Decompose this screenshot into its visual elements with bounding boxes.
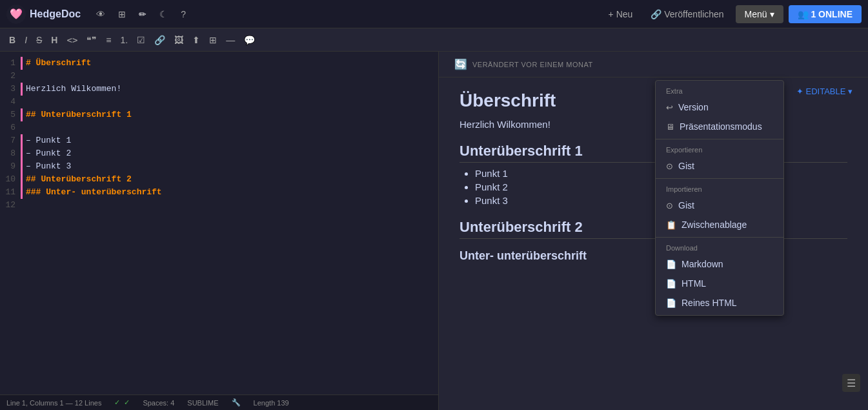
presentation-label: Präsentationsmodus <box>680 121 762 132</box>
status-mode: SUBLIME <box>187 399 218 407</box>
italic-button[interactable]: I <box>21 33 31 47</box>
preview-toggle-btn[interactable]: 👁 <box>91 6 110 22</box>
hr-button[interactable]: — <box>222 33 239 47</box>
preview-list: Punkt 1 Punkt 2 Punkt 3 <box>459 168 847 206</box>
gist-import-item[interactable]: ⊙ Gist <box>656 196 783 215</box>
status-length: Length 139 <box>254 399 289 407</box>
code-line-7: – Punkt 1 <box>26 134 438 147</box>
clipboard-label: Zwischenablage <box>681 220 747 230</box>
code-inline-button[interactable]: <> <box>63 33 81 47</box>
preview-subheading1: Unterüberschrift 1 <box>459 143 847 163</box>
status-check: ✓ ✓ <box>114 398 130 407</box>
sync-icon: 🔄 <box>454 58 467 70</box>
divider-1 <box>656 139 783 139</box>
ordered-list-button[interactable]: 1. <box>117 33 132 47</box>
strikethrough-button[interactable]: S <box>32 33 46 47</box>
navbar-right: + Neu 🔗 Veröffentlichen Menü ▾ 👥 1 ONLIN… <box>602 5 862 23</box>
editable-badge[interactable]: ✦ EDITABLE ▾ <box>791 84 858 99</box>
comment-button[interactable]: 💬 <box>240 33 259 47</box>
code-line-9: – Punkt 3 <box>26 160 438 173</box>
gutter-mark-8 <box>21 147 23 160</box>
import-section-label: Importieren <box>656 181 783 196</box>
navbar-tools: 👁 ⊞ ✏ ☾ ? <box>91 6 191 22</box>
bold-button[interactable]: B <box>5 33 19 47</box>
menu-button[interactable]: Menü ▾ <box>736 5 783 23</box>
version-icon: ↩ <box>666 103 673 112</box>
status-bar: Line 1, Columns 1 — 12 Lines ✓ ✓ Spaces:… <box>0 395 438 410</box>
check-icon: ✓ <box>114 398 120 407</box>
blockquote-button[interactable]: ❝❞ <box>83 33 101 47</box>
code-line-4 <box>26 96 438 108</box>
gutter-mark-9 <box>21 160 23 173</box>
raw-html-download-item[interactable]: 📄 Reines HTML <box>656 293 783 313</box>
editor-content[interactable]: 1 2 3 4 5 6 7 8 9 10 11 12 <box>0 52 438 395</box>
gist-export-item[interactable]: ⊙ Gist <box>656 156 783 176</box>
unordered-list-button[interactable]: ≡ <box>102 33 115 47</box>
edit-mode-btn[interactable]: ✏ <box>134 6 152 22</box>
code-line-2 <box>26 70 438 83</box>
preview-subheading2: Unterüberschrift 2 <box>459 219 847 239</box>
code-lines: 1 2 3 4 5 6 7 8 9 10 11 12 <box>0 52 438 395</box>
gutter-mark-5 <box>21 108 23 121</box>
markdown-download-item[interactable]: 📄 Markdown <box>656 254 783 274</box>
version-item[interactable]: ↩ Version <box>656 97 783 117</box>
split-view-btn[interactable]: ⊞ <box>113 6 131 22</box>
code-line-5: ## Unterüberschrift 1 <box>26 108 438 121</box>
gist-export-icon: ⊙ <box>666 161 673 171</box>
gutter-mark-7 <box>21 134 23 147</box>
scroll-bottom-button[interactable]: ☰ <box>842 374 860 392</box>
status-spanner-icon: 🔧 <box>232 398 241 407</box>
clipboard-item[interactable]: 📋 Zwischenablage <box>656 215 783 234</box>
html-download-item[interactable]: 📄 HTML <box>656 274 783 293</box>
html-label: HTML <box>681 278 706 289</box>
preview-header: 🔄 VERÄNDERT VOR EINEM MONAT <box>439 52 868 77</box>
preview-heading: Überschrift <box>459 90 847 111</box>
dropdown-menu: Extra ↩ Version 🖥 Präsentationsmodus Exp… <box>655 80 784 316</box>
changed-label: VERÄNDERT VOR EINEM MONAT <box>472 61 593 68</box>
gutter-mark-10 <box>21 173 23 186</box>
dark-mode-btn[interactable]: ☾ <box>154 6 173 22</box>
check-icon-2: ✓ <box>124 398 130 407</box>
gutter-mark-3 <box>21 83 23 96</box>
markdown-label: Markdown <box>681 259 723 269</box>
code-line-11: ### Unter- unterüberschrift <box>26 186 438 199</box>
preview-subheading3: Unter- unterüberschrift <box>459 249 847 263</box>
veroffentlichen-button[interactable]: 🔗 Veröffentlichen <box>644 6 730 22</box>
export-section-label: Exportieren <box>656 142 783 156</box>
preview-content: Überschrift Herzlich Wilkommen! Unterübe… <box>439 77 868 281</box>
extra-section-label: Extra <box>656 83 783 97</box>
link-button[interactable]: 🔗 <box>150 33 169 47</box>
gutter-mark-11 <box>21 186 23 199</box>
online-button[interactable]: 👥 1 ONLINE <box>789 5 862 23</box>
markdown-icon: 📄 <box>666 260 676 269</box>
editor-pane: 1 2 3 4 5 6 7 8 9 10 11 12 <box>0 52 439 410</box>
html-icon: 📄 <box>666 279 676 289</box>
preview-intro: Herzlich Wilkommen! <box>459 119 847 130</box>
presentation-icon: 🖥 <box>666 122 674 132</box>
brand: 🩷 HedgeDoc <box>6 5 81 24</box>
divider-2 <box>656 178 783 179</box>
upload-button[interactable]: ⬆ <box>188 33 204 47</box>
presentation-item[interactable]: 🖥 Präsentationsmodus <box>656 117 783 136</box>
preview-pane: 🔄 VERÄNDERT VOR EINEM MONAT Überschrift … <box>439 52 868 410</box>
status-spaces: Spaces: 4 <box>143 399 174 407</box>
help-btn[interactable]: ? <box>176 6 191 22</box>
task-list-button[interactable]: ☑ <box>133 33 149 47</box>
neu-button[interactable]: + Neu <box>602 6 640 22</box>
gutter <box>21 52 23 395</box>
brand-name: HedgeDoc <box>30 8 81 20</box>
code-line-1: # Überschrift <box>26 57 438 70</box>
gutter-mark-1 <box>21 57 23 70</box>
main-area: 1 2 3 4 5 6 7 8 9 10 11 12 <box>0 52 868 410</box>
gist-import-icon: ⊙ <box>666 201 673 210</box>
divider-3 <box>656 237 783 238</box>
code-line-3: Herzlich Wilkommen! <box>26 83 438 96</box>
code-line-12 <box>26 199 438 212</box>
image-button[interactable]: 🖼 <box>170 33 187 47</box>
editor-toolbar: B I S H <> ❝❞ ≡ 1. ☑ 🔗 🖼 ⬆ ⊞ — 💬 <box>0 28 868 52</box>
brand-icon: 🩷 <box>6 5 26 24</box>
code-area[interactable]: # Überschrift Herzlich Wilkommen! ## Unt… <box>23 52 438 395</box>
version-label: Version <box>678 102 709 112</box>
table-button[interactable]: ⊞ <box>205 33 221 47</box>
heading-button[interactable]: H <box>47 33 61 47</box>
